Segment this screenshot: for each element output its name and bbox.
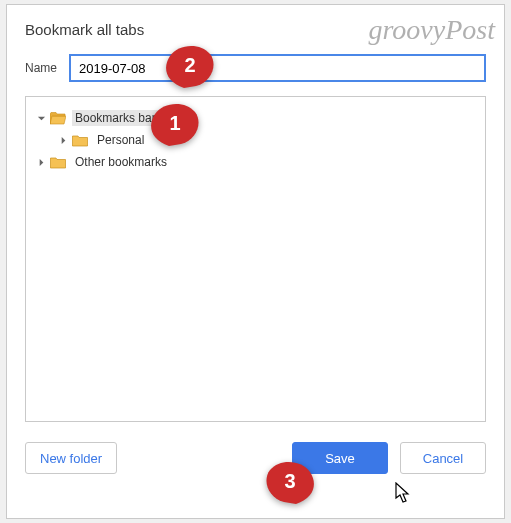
tree-item-other-bookmarks[interactable]: Other bookmarks bbox=[34, 151, 477, 173]
tree-item-bookmarks-bar[interactable]: Bookmarks bar bbox=[34, 107, 477, 129]
chevron-down-icon[interactable] bbox=[34, 114, 48, 123]
folder-icon bbox=[72, 134, 88, 147]
name-row: Name bbox=[25, 54, 486, 82]
tree-item-label: Other bookmarks bbox=[72, 154, 170, 170]
bookmark-dialog: Bookmark all tabs Name Bookmarks bar bbox=[6, 4, 505, 519]
new-folder-button[interactable]: New folder bbox=[25, 442, 117, 474]
button-row: New folder Save Cancel bbox=[25, 442, 486, 474]
tree-item-label: Bookmarks bar bbox=[72, 110, 159, 126]
tree-item-personal[interactable]: Personal bbox=[34, 129, 477, 151]
tree-item-label: Personal bbox=[94, 132, 147, 148]
dialog-title: Bookmark all tabs bbox=[25, 21, 486, 38]
button-label: Cancel bbox=[423, 451, 463, 466]
button-label: Save bbox=[325, 451, 355, 466]
folder-tree[interactable]: Bookmarks bar Personal Other bookm bbox=[25, 96, 486, 422]
cancel-button[interactable]: Cancel bbox=[400, 442, 486, 474]
folder-icon bbox=[50, 156, 66, 169]
button-label: New folder bbox=[40, 451, 102, 466]
folder-open-icon bbox=[50, 112, 66, 125]
save-button[interactable]: Save bbox=[292, 442, 388, 474]
chevron-right-icon[interactable] bbox=[56, 136, 70, 145]
name-label: Name bbox=[25, 61, 69, 75]
chevron-right-icon[interactable] bbox=[34, 158, 48, 167]
name-input[interactable] bbox=[69, 54, 486, 82]
